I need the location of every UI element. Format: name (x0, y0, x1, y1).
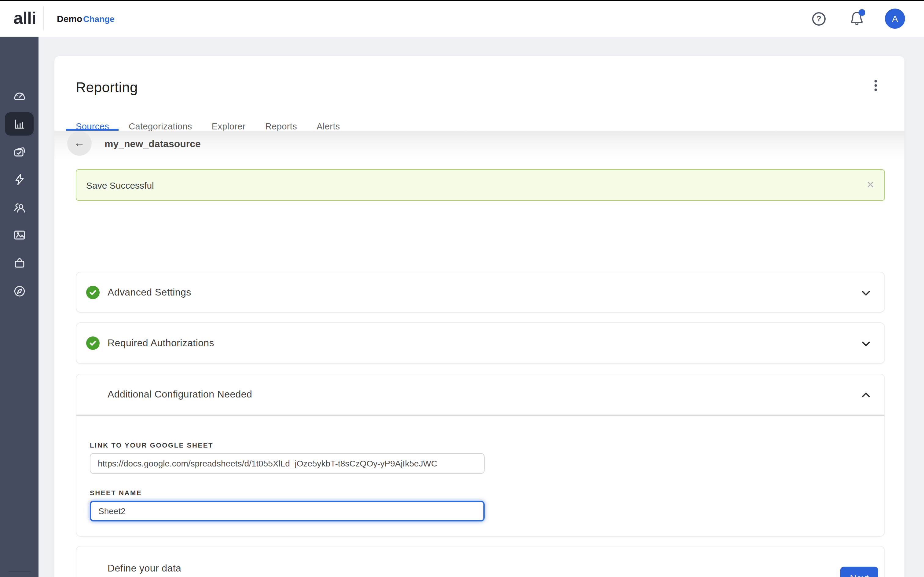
jobs-briefcase-icon[interactable] (13, 256, 26, 270)
notification-badge-dot (859, 9, 865, 16)
accordion-title: Advanced Settings (108, 287, 191, 298)
sheet-name-label: SHEET NAME (90, 489, 142, 496)
help-icon[interactable]: ? (812, 12, 825, 26)
automation-lightning-icon[interactable] (13, 173, 26, 186)
accordion-advanced-settings: Advanced Settings (76, 272, 885, 313)
chevron-down-icon (861, 288, 871, 298)
accordion-required-authorizations: Required Authorizations (76, 322, 885, 364)
sidebar-nav (0, 37, 39, 577)
media-image-icon[interactable] (13, 228, 26, 242)
tasks-clipboard-icon[interactable] (13, 145, 26, 159)
next-button[interactable]: Next (840, 567, 878, 577)
datasource-name: my_new_datasource (105, 139, 201, 150)
tab-categorizations[interactable]: Categorizations (119, 121, 202, 131)
account-name: Demo (57, 13, 82, 24)
more-options-kebab-icon[interactable] (868, 78, 883, 93)
datasource-header-row: ← my_new_datasource (54, 131, 905, 160)
accordion-title: Additional Configuration Needed (108, 389, 252, 400)
check-circle-icon (86, 286, 100, 299)
accordion-define-your-data-header[interactable]: Define your data (76, 546, 884, 577)
accordion-additional-configuration: Additional Configuration Needed LINK TO … (76, 374, 885, 537)
audience-users-icon[interactable] (13, 201, 26, 214)
chevron-up-icon (861, 390, 871, 400)
change-account-link[interactable]: Change (83, 14, 115, 24)
sheet-name-input[interactable] (90, 501, 485, 521)
topbar-divider (44, 6, 44, 31)
save-success-banner: Save Successful ✕ (76, 169, 885, 201)
accordion-advanced-settings-header[interactable]: Advanced Settings (76, 272, 884, 313)
check-circle-icon (86, 337, 100, 350)
active-tab-underline (66, 129, 119, 131)
top-bar: alli Demo Change ? A (0, 0, 924, 37)
reporting-bar-chart-icon[interactable] (13, 117, 26, 131)
sidebar-divider (8, 572, 31, 572)
banner-close-icon[interactable]: ✕ (866, 179, 874, 190)
screen-top-edge (0, 0, 924, 1)
accordion-title: Required Authorizations (108, 338, 214, 349)
banner-message: Save Successful (86, 180, 154, 190)
page-title: Reporting (76, 79, 138, 96)
reporting-card: Reporting Sources Categorizations Explor… (54, 56, 905, 577)
accordion-required-authorizations-header[interactable]: Required Authorizations (76, 323, 884, 363)
tab-alerts[interactable]: Alerts (307, 121, 350, 131)
chevron-down-icon (861, 339, 871, 349)
tab-explorer[interactable]: Explorer (202, 121, 255, 131)
alli-logo: alli (13, 8, 36, 29)
explore-compass-icon[interactable] (13, 285, 26, 298)
tab-reports[interactable]: Reports (255, 121, 307, 131)
accordion-divider (76, 414, 884, 416)
app-viewport: alli Demo Change ? A (0, 0, 924, 577)
accordion-additional-configuration-header[interactable]: Additional Configuration Needed (76, 374, 884, 414)
google-sheet-link-input[interactable] (90, 453, 485, 474)
accordion-define-your-data: Define your data (76, 546, 885, 577)
user-avatar[interactable]: A (885, 8, 905, 29)
dashboard-gauge-icon[interactable] (13, 89, 26, 103)
notifications-bell-icon[interactable] (849, 11, 865, 27)
google-sheet-link-label: LINK TO YOUR GOOGLE SHEET (90, 442, 213, 449)
sources-detail-scroll-area: ← my_new_datasource Save Successful ✕ Ad… (54, 131, 905, 577)
back-arrow-icon[interactable]: ← (67, 131, 92, 156)
accordion-title: Define your data (108, 563, 181, 574)
